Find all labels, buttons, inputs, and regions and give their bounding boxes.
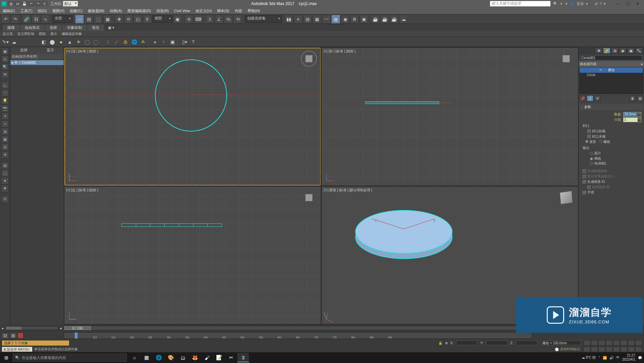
qat-open-icon[interactable]: 🗁 (15, 1, 21, 6)
use-pivot-button[interactable]: ▣ (173, 15, 182, 23)
mini-track-scroll[interactable] (5, 326, 58, 330)
cap-start-checkbox[interactable] (587, 129, 591, 133)
ribbon-tab-freeform[interactable]: 自由形式 (20, 24, 44, 31)
workspace-combo[interactable]: 默认 (63, 1, 78, 6)
render-setup-button[interactable]: ⚙ (350, 15, 359, 23)
ribbon-tab-selection[interactable]: 选择 (45, 24, 62, 31)
taskbar-app-explorer[interactable]: 🗂 (177, 353, 189, 362)
se-filter-light-icon[interactable]: 💡 (1, 97, 9, 104)
select-by-name-button[interactable]: ▤ (85, 15, 93, 23)
ribbon-toggle-icon[interactable]: ▣ ▾ (108, 25, 114, 30)
time-slider-track[interactable]: 0 / 100 (64, 326, 573, 330)
cone-icon[interactable]: ▲ (66, 38, 74, 46)
help2-icon[interactable]: ? (189, 38, 197, 46)
bind-spacewarp-button[interactable]: ∿ (41, 15, 50, 23)
auto-key-indicator[interactable] (17, 332, 23, 339)
segments-spinner[interactable]: 1▴▾ (623, 117, 641, 122)
vp-persp-label[interactable]: [+] [透视 ] [标准 ] [默认明暗处理 ] (324, 188, 372, 193)
qat-undo-icon[interactable]: ↶ (28, 1, 34, 6)
tray-chevron-icon[interactable]: ˄ (598, 356, 600, 360)
stack-visible-icon[interactable]: 👁 (599, 68, 604, 72)
search-go-icon[interactable]: 🔍 (553, 2, 558, 6)
undo-button[interactable]: ↶ (1, 15, 10, 23)
select-manipulate-button[interactable]: ✣ (184, 15, 193, 23)
ribbon-tab-objectpaint[interactable]: 对象绘制 (62, 24, 87, 31)
app-icon[interactable]: 3 (1, 1, 7, 6)
pin-stack-button[interactable]: 📌 (579, 95, 586, 101)
abs-rel-icon[interactable]: ⊕ (445, 341, 448, 345)
cp-modify-tab[interactable]: 🌈 (603, 48, 610, 54)
taskbar-app-notes[interactable]: 📝 (213, 353, 225, 362)
help-dropdown-icon[interactable]: ▾ (604, 2, 606, 6)
menu-maxscript[interactable]: 脚本(S) (214, 8, 232, 13)
scale-button[interactable]: ◱ (133, 15, 142, 23)
percent-snap-button[interactable]: % (224, 15, 233, 23)
se-filter-helper-icon[interactable]: ✦ (1, 112, 9, 120)
comet-icon[interactable]: ☄ (113, 38, 121, 46)
named-selection-combo[interactable]: 创建选择集 (245, 15, 282, 23)
cp-utilities-tab[interactable]: 🔧 (635, 48, 643, 54)
qat-save-icon[interactable]: 💾 (21, 1, 28, 6)
ribbon-panel-simulate[interactable]: 模拟 (39, 32, 46, 36)
stack-item-circle[interactable]: Circle (580, 73, 643, 77)
se-filter-geom-icon[interactable]: ◺ (1, 82, 9, 89)
task-view-button[interactable]: ○ (129, 353, 140, 362)
sphere2-icon[interactable]: ● (151, 38, 159, 46)
se-view-icon[interactable]: 👁 (1, 71, 9, 78)
se-search-icon[interactable]: 🔍 (1, 63, 9, 70)
se-filter-a-icon[interactable]: ▤ (1, 162, 9, 169)
se-visible-icon[interactable]: 👁 (14, 61, 18, 64)
subscription-icon[interactable]: ✦ (560, 2, 563, 6)
se-filter-e-icon[interactable]: ⇱ (1, 196, 9, 203)
torus-icon[interactable]: ◯ (83, 38, 91, 46)
tray-weather[interactable]: ☁ 9°C 阴 (582, 355, 596, 360)
particles-icon[interactable]: ∴ (104, 38, 112, 46)
zoom-extents-all-button[interactable] (606, 347, 612, 352)
taskbar-search[interactable]: 🔍 在这里输入你要搜索的内容 (13, 354, 127, 362)
taskbar-app-3dsmax[interactable]: 3 (237, 353, 249, 362)
taskbar-app-edge[interactable]: 🌐 (153, 353, 164, 362)
se-select-icon[interactable]: ◎ (1, 55, 9, 63)
menu-customize[interactable]: 自定义(U) (193, 8, 214, 13)
se-filter-spacewarp-icon[interactable]: ∿ (1, 120, 9, 127)
material-editor-button[interactable]: ◉ (341, 15, 350, 23)
cp-create-tab[interactable]: ✚ (595, 48, 602, 54)
link-button[interactable]: 🔗 (22, 15, 31, 23)
output-mesh-radio[interactable] (590, 157, 593, 160)
render-iterative-button[interactable]: ☕ (380, 15, 389, 23)
rendered-frame-button[interactable]: ▣ (360, 15, 368, 23)
rollout-parameters-header[interactable]: - 参数 (579, 104, 643, 110)
cloud-icon[interactable]: ☁ (10, 38, 18, 46)
user-icon[interactable]: 👤 (570, 2, 575, 6)
orbit-button[interactable] (628, 347, 635, 352)
zoom-button[interactable] (584, 347, 590, 352)
layer-explorer-button[interactable]: ▤ (303, 15, 312, 23)
menu-tools[interactable]: 工具(T) (18, 8, 35, 13)
tray-ime-icon[interactable]: 中 (616, 355, 620, 360)
menu-modifiers[interactable]: 修改器(M) (85, 8, 107, 13)
expand-tracks-icon[interactable]: ▸ (2, 326, 4, 330)
taskbar-app-palette[interactable]: 🖌 (201, 353, 213, 362)
cp-motion-tab[interactable]: ◉ (619, 48, 627, 54)
se-expand-icon[interactable]: ▸ (12, 61, 13, 64)
render-online-button[interactable]: ☁ (399, 15, 408, 23)
time-config-button[interactable] (628, 340, 635, 346)
se-filter-d-icon[interactable]: ⚑ (1, 185, 9, 192)
vp-front-label[interactable]: [+] [前 ] [标准 ] [线框 ] (324, 49, 356, 54)
taskbar-app-store[interactable]: ▦ (141, 353, 152, 362)
align-button[interactable]: ≡ (294, 15, 303, 23)
tray-volume-icon[interactable]: 🔊 (609, 356, 613, 360)
ribbon-panel-edit[interactable]: 编辑选定对象 (62, 32, 82, 36)
ribbon-tab-modeling[interactable]: 建模 (3, 24, 19, 31)
isolate-button[interactable] (635, 340, 642, 346)
dropdown-icon[interactable]: ▾ (586, 2, 588, 6)
make-unique-button[interactable]: ∀ (594, 95, 601, 101)
render-prod-button[interactable]: ☕ (371, 15, 380, 23)
viewport-front[interactable]: [+] [前 ] [标准 ] [线框 ] (322, 48, 578, 186)
biped-icon[interactable]: ⛹ (121, 38, 129, 46)
qat-redo-icon[interactable]: ↷ (35, 1, 41, 6)
keyboard-shortcut-button[interactable]: ⌨ (194, 15, 203, 23)
curve-editor-button[interactable]: 〰 (322, 15, 331, 23)
configure-sets-button[interactable]: ▤ (637, 95, 643, 101)
output-patch-radio[interactable] (590, 152, 593, 155)
